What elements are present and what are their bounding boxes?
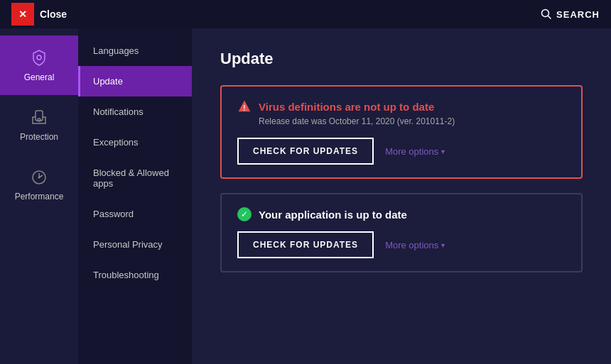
sub-item-languages[interactable]: Languages bbox=[78, 35, 192, 66]
more-options-label-app: More options bbox=[385, 240, 438, 250]
app-card-actions: CHECK FOR UPDATES More options ▾ bbox=[237, 231, 566, 258]
title-bar-left: ✕ Close bbox=[11, 3, 67, 26]
protection-label: Protection bbox=[20, 132, 58, 142]
sub-item-personal-privacy[interactable]: Personal Privacy bbox=[78, 229, 192, 260]
sub-item-exceptions[interactable]: Exceptions bbox=[78, 127, 192, 158]
svg-point-2 bbox=[37, 55, 41, 60]
sub-item-notifications[interactable]: Notifications bbox=[78, 96, 192, 127]
svg-rect-3 bbox=[36, 111, 43, 121]
search-icon bbox=[541, 9, 552, 20]
virus-card-title: Virus definitions are not up to date bbox=[259, 101, 434, 113]
svg-point-6 bbox=[38, 177, 40, 179]
check-updates-button-app[interactable]: CHECK FOR UPDATES bbox=[237, 231, 374, 258]
svg-text:!: ! bbox=[243, 104, 245, 112]
sidebar-item-performance[interactable]: Performance bbox=[0, 155, 78, 214]
alert-triangle-icon: ! bbox=[237, 99, 252, 114]
sub-item-password[interactable]: Password bbox=[78, 199, 192, 229]
virus-card-subtitle: Release date was October 11, 2020 (ver. … bbox=[259, 116, 566, 126]
virus-card-header: ! Virus definitions are not up to date bbox=[237, 99, 566, 114]
sidebar-item-general[interactable]: General bbox=[0, 35, 78, 95]
sidebar-sub: Languages Update Notifications Exception… bbox=[78, 28, 192, 364]
title-bar: ✕ Close SEARCH bbox=[0, 0, 611, 28]
success-check-icon: ✓ bbox=[237, 207, 252, 221]
app-card-title: Your application is up to date bbox=[259, 209, 407, 221]
protection-icon bbox=[29, 108, 49, 128]
chevron-down-icon: ▾ bbox=[441, 148, 445, 155]
check-updates-button-virus[interactable]: CHECK FOR UPDATES bbox=[237, 138, 374, 165]
app-card-header: ✓ Your application is up to date bbox=[237, 207, 566, 221]
sidebar-general: General Protection bbox=[0, 28, 78, 364]
virus-card-actions: CHECK FOR UPDATES More options ▾ bbox=[237, 138, 566, 165]
sub-item-blocked-allowed[interactable]: Blocked & Allowed apps bbox=[78, 158, 192, 199]
title-bar-title: Close bbox=[40, 9, 67, 20]
content-area: Update ! Virus definitions are not up to… bbox=[192, 28, 611, 364]
app-update-card: ✓ Your application is up to date CHECK F… bbox=[220, 193, 583, 272]
more-options-button-virus[interactable]: More options ▾ bbox=[385, 146, 445, 157]
more-options-label-virus: More options bbox=[385, 146, 438, 157]
more-options-button-app[interactable]: More options ▾ bbox=[385, 240, 445, 250]
page-title: Update bbox=[220, 50, 583, 68]
general-label: General bbox=[24, 72, 55, 82]
main-layout: General Protection bbox=[0, 28, 611, 364]
svg-point-4 bbox=[38, 118, 40, 121]
chevron-down-icon-2: ▾ bbox=[441, 241, 445, 249]
search-label: SEARCH bbox=[556, 9, 600, 20]
sidebar-item-protection[interactable]: Protection bbox=[0, 95, 78, 155]
performance-icon bbox=[29, 167, 49, 187]
performance-label: Performance bbox=[15, 192, 64, 202]
search-button[interactable]: SEARCH bbox=[541, 9, 600, 20]
general-icon bbox=[29, 48, 49, 68]
sub-item-update[interactable]: Update bbox=[78, 66, 192, 96]
virus-definitions-card: ! Virus definitions are not up to date R… bbox=[220, 85, 583, 179]
close-button[interactable]: ✕ bbox=[11, 3, 34, 26]
svg-line-1 bbox=[548, 16, 551, 19]
sub-item-troubleshooting[interactable]: Troubleshooting bbox=[78, 260, 192, 290]
